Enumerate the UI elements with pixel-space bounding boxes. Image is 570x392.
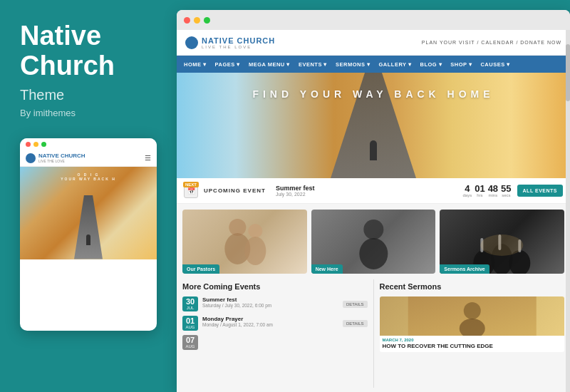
mobile-dot-red: [26, 142, 31, 147]
site-logo-icon: [185, 36, 198, 49]
event-datetime-1: Saturday / July 30, 2022, 6:00 pm: [202, 303, 338, 308]
countdown-mins: 48 mins: [488, 184, 498, 197]
site-hero-text: FIND YOUR WAY BACK HOME: [177, 88, 570, 100]
event-date-block-3: 07 AUG: [182, 335, 198, 350]
title-line1: Native: [20, 21, 101, 51]
events-column: More Coming Events 30 JUL Summer fest Sa…: [182, 279, 373, 388]
left-panel: Native Church Theme By imithemes NATIVE …: [0, 0, 177, 392]
event-day-3: 07: [184, 336, 197, 344]
sermon-date: MARCH 7, 2020: [380, 336, 565, 342]
mobile-logo-text: NATIVE CHURCH LIVE THE LOVE: [38, 153, 86, 163]
countdown-secs-label: secs: [501, 193, 511, 197]
upcoming-event-label: UPCOMING EVENT: [204, 187, 266, 194]
countdown: 4 days 01 hrs 48 mins 55 secs: [462, 184, 511, 197]
site-nav: HOME ▾ PAGES ▾ MEGA MENU ▾ EVENTS ▾ SERM…: [177, 56, 570, 73]
svg-point-14: [463, 302, 480, 319]
sermon-image: [380, 296, 565, 336]
mobile-titlebar: [20, 138, 157, 150]
mobile-nav: NATIVE CHURCH LIVE THE LOVE ☰: [20, 150, 157, 167]
site-hero: FIND YOUR WAY BACK HOME: [177, 73, 570, 178]
mobile-logo-icon: [26, 153, 36, 163]
event-date: July 30, 2022: [276, 192, 457, 197]
scrollbar-track[interactable]: [566, 30, 570, 392]
mobile-dot-green: [41, 142, 46, 147]
sermon-card[interactable]: MARCH 7, 2020 HOW TO RECOVER THE CUTTING…: [380, 296, 565, 352]
nav-home[interactable]: HOME ▾: [184, 61, 207, 68]
card-new-here[interactable]: New Here: [311, 210, 436, 274]
mobile-figure: [86, 234, 90, 245]
site-hero-background: FIND YOUR WAY BACK HOME: [177, 73, 570, 178]
site-hero-figure: [370, 140, 377, 160]
event-title-1: Summer fest: [202, 296, 338, 303]
site-header: NATIVE CHURCH LIVE THE LOVE PLAN YOUR VI…: [177, 30, 570, 56]
countdown-days-label: days: [462, 193, 472, 197]
mobile-hero-road: [74, 195, 103, 259]
mobile-hero: O D I GYOUR WAY BACK H: [20, 167, 157, 259]
mobile-hamburger-icon[interactable]: ☰: [145, 154, 151, 162]
nav-gallery[interactable]: GALLERY ▾: [378, 61, 411, 68]
card-pastors[interactable]: Our Pastors: [182, 210, 307, 274]
svg-point-12: [481, 234, 524, 256]
site-logo-sub: LIVE THE LOVE: [202, 45, 275, 49]
events-next-label: NEXT: [183, 182, 199, 187]
browser-dot-red: [184, 17, 190, 24]
countdown-hrs: 01 hrs: [475, 184, 484, 197]
scrollbar-thumb[interactable]: [566, 44, 570, 101]
card-sermons[interactable]: Sermons Archive: [440, 210, 564, 274]
events-bar: 📅 NEXT UPCOMING EVENT Summer fest July 3…: [177, 178, 570, 204]
event-title-2: Monday Prayer: [202, 316, 338, 322]
event-item-1: 30 JUL Summer fest Saturday / July 30, 2…: [182, 296, 368, 311]
mobile-hero-text: O D I GYOUR WAY BACK H: [20, 172, 157, 181]
event-date-block-1: 30 JUL: [182, 296, 198, 311]
site-logo-text: NATIVE CHURCH: [202, 36, 275, 45]
event-info-2: Monday Prayer Monday / August 1, 2022, 7…: [202, 316, 338, 327]
nav-shop[interactable]: SHOP ▾: [450, 61, 472, 68]
site-logo-text-block: NATIVE CHURCH LIVE THE LOVE: [202, 36, 275, 49]
event-item-3: 07 AUG: [182, 335, 368, 350]
nav-events[interactable]: EVENTS ▾: [299, 61, 327, 68]
sermon-title: HOW TO RECOVER THE CUTTING EDGE: [380, 342, 565, 352]
theme-subtitle: Theme: [20, 87, 157, 103]
browser-dot-yellow: [194, 17, 200, 24]
event-details-btn-2[interactable]: DETAILS: [343, 320, 368, 327]
countdown-secs: 55 secs: [501, 184, 511, 197]
countdown-mins-label: mins: [488, 193, 498, 197]
browser-titlebar: [177, 10, 570, 30]
mobile-dot-yellow: [33, 142, 38, 147]
event-details-btn-1[interactable]: DETAILS: [343, 301, 368, 308]
sermons-column: Recent Sermons M: [374, 279, 565, 388]
nav-sermons[interactable]: SERMONS ▾: [336, 61, 370, 68]
browser-dot-green: [204, 17, 210, 24]
card-sermons-label: Sermons Archive: [440, 264, 489, 274]
mobile-logo: NATIVE CHURCH LIVE THE LOVE: [26, 153, 86, 163]
cards-section: Our Pastors New Here: [177, 204, 570, 279]
nav-mega-menu[interactable]: MEGA MENU ▾: [249, 61, 290, 68]
mobile-preview: NATIVE CHURCH LIVE THE LOVE ☰ O D I GYOU…: [20, 138, 157, 331]
event-month-2: AUG: [184, 325, 197, 329]
mobile-hero-background: O D I GYOUR WAY BACK H: [20, 167, 157, 259]
svg-point-5: [359, 238, 388, 269]
recent-sermons-heading: Recent Sermons: [380, 279, 565, 291]
svg-point-4: [363, 220, 383, 239]
more-events-heading: More Coming Events: [182, 279, 368, 291]
site-logo: NATIVE CHURCH LIVE THE LOVE: [185, 36, 275, 49]
card-new-here-label: New Here: [311, 264, 343, 274]
event-day-2: 01: [184, 317, 197, 325]
nav-blog[interactable]: BLOG ▾: [420, 61, 442, 68]
nav-causes[interactable]: CAUSES ▾: [480, 61, 509, 68]
theme-author: By imithemes: [20, 108, 157, 118]
event-info-1: Summer fest Saturday / July 30, 2022, 6:…: [202, 296, 338, 308]
event-month-1: JUL: [184, 306, 197, 310]
card-pastors-label: Our Pastors: [182, 264, 219, 274]
site-header-links: PLAN YOUR VISIT / CALENDAR / DONATE NOW: [422, 40, 561, 45]
all-events-button[interactable]: ALL EVENTS: [517, 185, 563, 197]
event-day-1: 30: [184, 298, 197, 306]
theme-title: Native Church: [20, 21, 157, 81]
countdown-days-num: 4: [462, 184, 472, 193]
bottom-section: More Coming Events 30 JUL Summer fest Sa…: [177, 279, 570, 392]
countdown-mins-num: 48: [488, 184, 498, 193]
svg-point-2: [248, 224, 262, 238]
nav-pages[interactable]: PAGES ▾: [215, 61, 240, 68]
event-name: Summer fest: [276, 185, 457, 192]
countdown-days: 4 days: [462, 184, 472, 197]
